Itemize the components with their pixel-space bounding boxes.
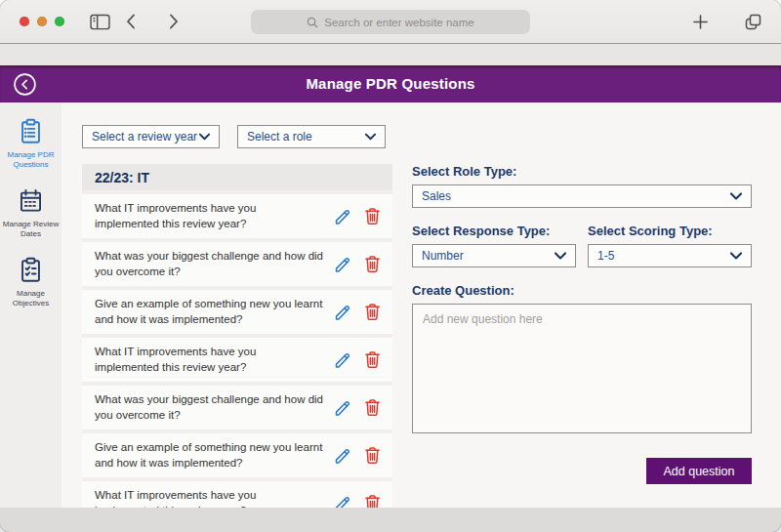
tab-overview-icon[interactable]: [745, 14, 761, 30]
chevron-down-icon: [555, 252, 566, 260]
minimize-window-button[interactable]: [37, 17, 47, 26]
window-controls: [20, 17, 64, 26]
question-row: What was your biggest challenge and how …: [82, 386, 392, 430]
delete-question-button[interactable]: [362, 445, 383, 466]
edit-question-button[interactable]: [333, 349, 353, 370]
question-text: What IT improvements have you implemente…: [95, 345, 333, 375]
address-bar[interactable]: Search or enter website name: [251, 10, 530, 34]
left-sidebar: Manage PDR Questions Manage Review Dates: [0, 102, 62, 508]
sidebar-item-label: Manage Objectives: [0, 289, 62, 309]
role-type-select-value: Sales: [422, 189, 451, 203]
browser-chrome: Search or enter website name: [0, 0, 781, 44]
question-row: What IT improvements have you implemente…: [82, 338, 392, 382]
chevron-down-icon: [199, 133, 210, 141]
question-text: Give an example of something new you lea…: [95, 440, 333, 471]
review-year-select-value: Select a review year: [92, 130, 197, 143]
question-row: What was your biggest challenge and how …: [82, 242, 392, 286]
chevron-down-icon: [730, 192, 742, 200]
review-year-select[interactable]: Select a review year: [82, 125, 220, 148]
role-select[interactable]: Select a role: [237, 125, 386, 148]
create-question-label: Create Question:: [412, 283, 752, 298]
delete-question-button[interactable]: [362, 302, 383, 322]
response-type-label: Select Response Type:: [412, 224, 576, 238]
sidebar-item-label: Manage Review Dates: [0, 220, 62, 240]
question-text: Give an example of something new you lea…: [95, 297, 333, 327]
close-window-button[interactable]: [20, 17, 29, 26]
scoring-type-select-value: 1-5: [597, 249, 614, 263]
app-header: Manage PDR Questions: [0, 65, 781, 102]
sidebar-item-manage-pdr-questions[interactable]: Manage PDR Questions: [0, 118, 62, 171]
sidebar-item-manage-review-dates[interactable]: Manage Review Dates: [0, 187, 62, 240]
question-rows: What IT improvements have you implemente…: [82, 194, 392, 508]
delete-question-button[interactable]: [362, 206, 383, 226]
question-text: What IT improvements have you implemente…: [95, 201, 333, 231]
response-type-select-value: Number: [422, 249, 464, 263]
chevron-down-icon: [730, 252, 742, 260]
edit-question-button[interactable]: [333, 254, 353, 274]
clipboard-check-icon: [18, 257, 44, 283]
address-bar-placeholder: Search or enter website name: [324, 17, 473, 28]
delete-question-button[interactable]: [362, 493, 383, 508]
question-row: Give an example of something new you lea…: [82, 433, 392, 477]
edit-question-button[interactable]: [333, 206, 353, 226]
response-type-select[interactable]: Number: [412, 244, 576, 267]
filter-row: Select a review year Select a role: [82, 125, 752, 148]
question-text: What IT improvements have you implemente…: [95, 488, 333, 508]
question-text: What was your biggest challenge and how …: [95, 249, 333, 279]
browser-window: Search or enter website name Manage PDR …: [0, 0, 781, 532]
sidebar-toggle-icon[interactable]: [90, 14, 110, 30]
scoring-type-label: Select Scoring Type:: [588, 224, 752, 238]
new-tab-icon[interactable]: [693, 15, 708, 29]
question-row: What IT improvements have you implemente…: [82, 194, 392, 238]
new-question-textarea[interactable]: [412, 304, 752, 433]
sidebar-item-manage-objectives[interactable]: Manage Objectives: [0, 257, 62, 309]
scoring-type-select[interactable]: 1-5: [588, 244, 752, 267]
edit-question-button[interactable]: [333, 445, 353, 466]
role-type-label: Select Role Type:: [412, 164, 752, 179]
search-icon: [307, 17, 318, 28]
question-row: What IT improvements have you implemente…: [82, 481, 392, 508]
question-list-panel: 22/23: IT What IT improvements have you …: [82, 164, 392, 508]
sidebar-item-label: Manage PDR Questions: [0, 150, 62, 171]
page-title: Manage PDR Questions: [0, 65, 781, 102]
chevron-down-icon: [365, 133, 376, 141]
main-area: Select a review year Select a role 22/23…: [62, 102, 781, 508]
role-type-select[interactable]: Sales: [412, 184, 752, 208]
app-back-button[interactable]: [13, 72, 37, 97]
edit-question-button[interactable]: [333, 397, 353, 418]
edit-question-button[interactable]: [333, 493, 353, 508]
role-select-value: Select a role: [247, 130, 312, 143]
page-top-strip: [0, 44, 781, 65]
forward-icon[interactable]: [169, 14, 179, 29]
delete-question-button[interactable]: [362, 349, 383, 370]
zoom-window-button[interactable]: [55, 17, 64, 26]
question-text: What was your biggest challenge and how …: [95, 392, 333, 423]
edit-question-button[interactable]: [333, 302, 353, 322]
question-form-panel: Select Role Type: Sales Select Response …: [412, 164, 752, 484]
page-content: Manage PDR Questions Manage Review Dates: [0, 102, 781, 508]
question-row: Give an example of something new you lea…: [82, 290, 392, 334]
question-group-title: 22/23: IT: [82, 164, 392, 190]
delete-question-button[interactable]: [362, 254, 383, 274]
calendar-icon: [18, 187, 44, 214]
delete-question-button[interactable]: [362, 397, 383, 418]
add-question-button[interactable]: Add question: [646, 458, 752, 484]
back-icon[interactable]: [126, 14, 136, 29]
clipboard-list-icon: [18, 118, 44, 144]
